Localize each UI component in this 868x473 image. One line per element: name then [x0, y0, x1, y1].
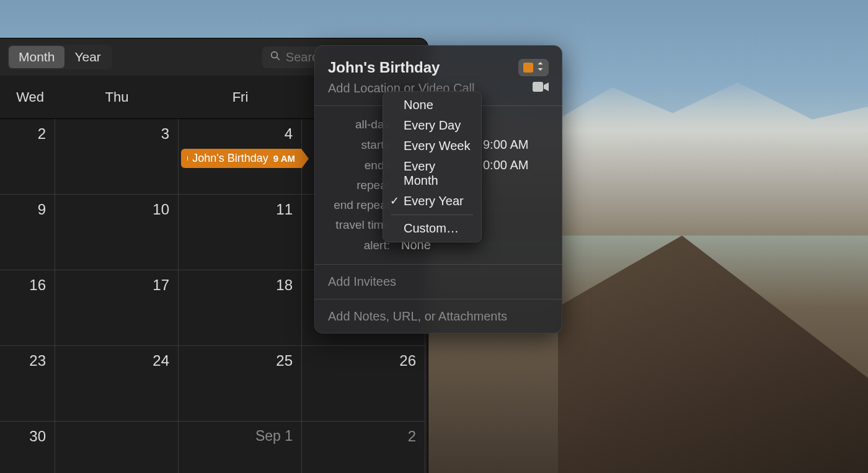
calendar-color-swatch-icon — [523, 63, 533, 73]
repeat-option-every-year[interactable]: Every Year — [383, 191, 482, 211]
dow-fri: Fri — [179, 89, 302, 105]
day-number: 25 — [276, 352, 293, 369]
day-cell[interactable]: 3 — [55, 119, 179, 195]
dow-thu: Thu — [55, 89, 179, 105]
day-number: 24 — [153, 352, 169, 369]
starts-label: starts — [328, 138, 390, 152]
day-number: 4 — [285, 125, 293, 143]
repeat-dropdown-menu: None Every Day Every Week Every Month Ev… — [383, 91, 482, 242]
svg-line-1 — [277, 57, 280, 60]
repeat-option-every-day[interactable]: Every Day — [383, 115, 482, 136]
alert-label: alert: — [328, 239, 390, 252]
event-title: John's Birthday — [192, 152, 268, 165]
day-cell[interactable]: 26 — [302, 346, 425, 422]
wallpaper-foreground — [558, 236, 868, 473]
day-cell[interactable]: 25 — [179, 346, 302, 422]
day-number: 9 — [38, 201, 46, 218]
dow-wed: Wed — [0, 89, 55, 105]
add-notes-field[interactable]: Add Notes, URL, or Attachments — [314, 299, 562, 334]
video-call-icon[interactable] — [533, 81, 549, 95]
svg-point-0 — [271, 52, 277, 58]
day-cell[interactable]: 16 — [0, 270, 55, 346]
day-number: 16 — [29, 276, 46, 294]
day-cell[interactable]: 2 — [302, 422, 425, 473]
event-time: 9 AM — [273, 153, 295, 164]
day-number: 23 — [29, 352, 46, 369]
ends-label: ends — [328, 159, 390, 172]
repeat-option-custom[interactable]: Custom… — [383, 218, 482, 239]
day-number: 18 — [276, 276, 293, 294]
add-invitees-field[interactable]: Add Invitees — [314, 265, 562, 299]
event-pill[interactable]: John's Birthday 9 AM — [181, 149, 301, 168]
calendar-color-picker[interactable] — [518, 59, 549, 76]
repeat-option-every-week[interactable]: Every Week — [383, 136, 482, 156]
end-repeat-label: end repeat — [328, 198, 390, 212]
day-number: 2 — [38, 125, 46, 143]
day-number: Sep 1 — [255, 428, 293, 444]
event-title-field[interactable]: John's Birthday — [328, 59, 518, 76]
day-cell[interactable]: 10 — [55, 195, 179, 270]
allday-label: all-day — [328, 118, 390, 131]
day-cell[interactable]: 4 John's Birthday 9 AM — [179, 119, 302, 195]
day-number: 26 — [399, 352, 416, 369]
repeat-option-none[interactable]: None — [383, 95, 482, 115]
day-number: 2 — [408, 428, 416, 445]
repeat-label: repeat — [328, 179, 390, 192]
day-cell[interactable]: 30 — [0, 422, 55, 473]
view-month-button[interactable]: Month — [9, 46, 64, 68]
day-number: 30 — [29, 428, 46, 445]
starts-value[interactable]: 9:00 AM — [483, 138, 528, 152]
repeat-option-every-month[interactable]: Every Month — [383, 156, 482, 191]
day-number: 17 — [153, 276, 169, 294]
day-cell[interactable]: 2 — [0, 119, 55, 195]
view-segmented-control: Month Year — [7, 45, 112, 69]
travel-time-label: travel time — [328, 218, 390, 232]
view-year-button[interactable]: Year — [64, 46, 110, 68]
day-number: 3 — [161, 125, 169, 143]
menu-separator — [391, 214, 473, 215]
search-icon — [270, 50, 281, 64]
day-number: 11 — [276, 201, 293, 218]
day-cell[interactable]: 11 — [179, 195, 302, 270]
svg-rect-2 — [533, 82, 543, 92]
day-cell[interactable]: 17 — [55, 270, 179, 346]
day-cell[interactable]: 18 — [179, 270, 302, 346]
day-number: 10 — [153, 201, 169, 218]
chevron-updown-icon — [537, 62, 544, 73]
ends-value[interactable]: 0:00 AM — [483, 158, 528, 172]
day-cell[interactable]: Sep 1 — [179, 422, 302, 473]
day-cell[interactable]: 9 — [0, 195, 55, 270]
day-cell[interactable]: 23 — [0, 346, 55, 422]
day-cell[interactable] — [55, 422, 179, 473]
day-cell[interactable]: 24 — [55, 346, 179, 422]
